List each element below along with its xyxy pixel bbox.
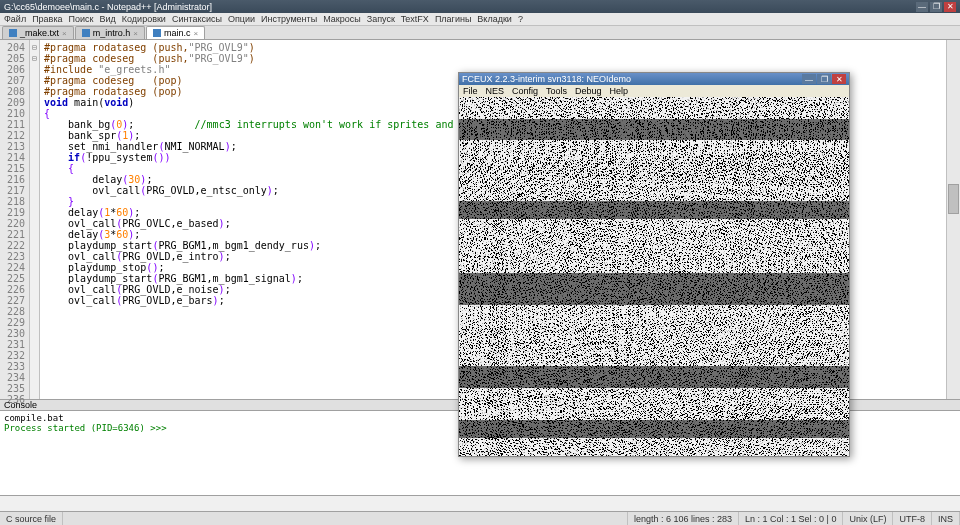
menu-item[interactable]: TextFX (401, 14, 429, 24)
menu-item[interactable]: Запуск (367, 14, 395, 24)
tab-close-icon[interactable]: × (62, 29, 67, 38)
menu-item[interactable]: Вкладки (477, 14, 512, 24)
emu-menu-item[interactable]: Help (610, 86, 629, 96)
menu-item[interactable]: Инструменты (261, 14, 317, 24)
tab-label: _make.txt (20, 28, 59, 38)
menu-bar: ФайлПравкаПоискВидКодировкиСинтаксисыОпц… (0, 13, 960, 26)
menu-item[interactable]: Кодировки (122, 14, 166, 24)
menu-item[interactable]: Плагины (435, 14, 471, 24)
status-encoding: UTF-8 (893, 512, 932, 525)
scrollbar-thumb[interactable] (948, 184, 959, 214)
menu-item[interactable]: Опции (228, 14, 255, 24)
menu-item[interactable]: Синтаксисы (172, 14, 222, 24)
emu-menu-item[interactable]: Config (512, 86, 538, 96)
file-icon (82, 29, 90, 37)
menu-item[interactable]: ? (518, 14, 523, 24)
status-bar: C source file length : 6 106 lines : 283… (0, 511, 960, 525)
tab-close-icon[interactable]: × (193, 29, 198, 38)
tab[interactable]: main.c× (146, 26, 205, 39)
maximize-button[interactable]: ❐ (930, 2, 942, 12)
fold-margin[interactable]: ⊟⊟ (30, 40, 40, 399)
emu-title: FCEUX 2.2.3-interim svn3118: NEOIdemo (462, 74, 631, 84)
line-number-gutter: 2042052062072082092102112122132142152162… (0, 40, 30, 399)
emu-menu-item[interactable]: Tools (546, 86, 567, 96)
emulator-window[interactable]: FCEUX 2.2.3-interim svn3118: NEOIdemo — … (458, 72, 850, 457)
tab-close-icon[interactable]: × (133, 29, 138, 38)
file-icon (153, 29, 161, 37)
tab[interactable]: m_intro.h× (75, 26, 145, 39)
tab[interactable]: _make.txt× (2, 26, 74, 39)
close-button[interactable]: ✕ (944, 2, 956, 12)
emu-menu-bar: FileNESConfigToolsDebugHelp (459, 85, 849, 97)
menu-item[interactable]: Файл (4, 14, 26, 24)
emu-menu-item[interactable]: File (463, 86, 478, 96)
tab-label: main.c (164, 28, 191, 38)
minimize-button[interactable]: — (916, 2, 928, 12)
status-eol: Unix (LF) (843, 512, 893, 525)
tab-bar: _make.txt×m_intro.h×main.c× (0, 26, 960, 40)
emu-titlebar[interactable]: FCEUX 2.2.3-interim svn3118: NEOIdemo — … (459, 73, 849, 85)
vertical-scrollbar[interactable] (946, 40, 960, 399)
menu-item[interactable]: Правка (32, 14, 62, 24)
status-position: Ln : 1 Col : 1 Sel : 0 | 0 (739, 512, 843, 525)
menu-item[interactable]: Макросы (323, 14, 361, 24)
emu-menu-item[interactable]: Debug (575, 86, 602, 96)
status-filetype: C source file (0, 512, 63, 525)
emu-minimize-button[interactable]: — (802, 74, 816, 84)
file-icon (9, 29, 17, 37)
emu-menu-item[interactable]: NES (486, 86, 505, 96)
menu-item[interactable]: Поиск (69, 14, 94, 24)
menu-item[interactable]: Вид (100, 14, 116, 24)
status-insert-mode: INS (932, 512, 960, 525)
emu-display (459, 97, 849, 456)
tab-label: m_intro.h (93, 28, 131, 38)
app-title: G:\cc65\demoee\main.c - Notepad++ [Admin… (4, 2, 212, 12)
status-length: length : 6 106 lines : 283 (628, 512, 739, 525)
emu-close-button[interactable]: ✕ (832, 74, 846, 84)
window-titlebar: G:\cc65\demoee\main.c - Notepad++ [Admin… (0, 0, 960, 13)
emu-maximize-button[interactable]: ❐ (817, 74, 831, 84)
